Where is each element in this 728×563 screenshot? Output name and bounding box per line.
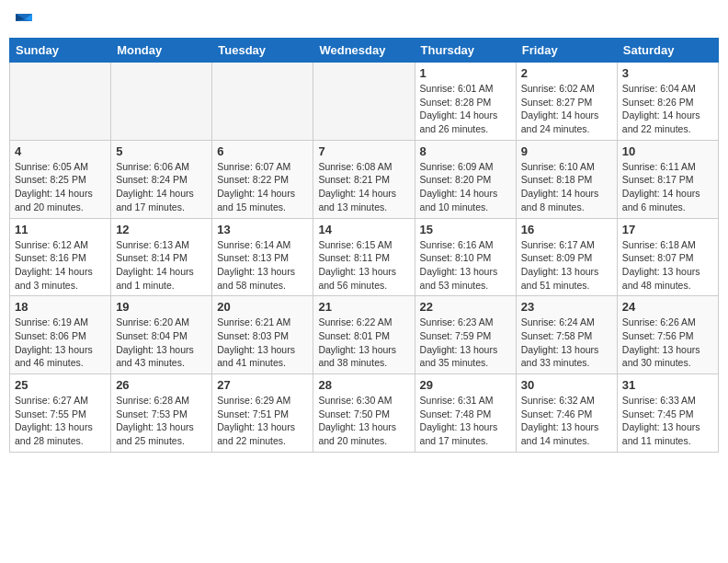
day-info: Sunrise: 6:04 AM Sunset: 8:26 PM Dayligh… (622, 82, 713, 136)
day-info: Sunrise: 6:09 AM Sunset: 8:20 PM Dayligh… (420, 160, 511, 214)
day-number: 3 (622, 66, 713, 80)
day-info: Sunrise: 6:11 AM Sunset: 8:17 PM Dayligh… (622, 160, 713, 214)
day-number: 15 (420, 223, 511, 236)
calendar-day-cell: 11Sunrise: 6:12 AM Sunset: 8:16 PM Dayli… (10, 218, 111, 296)
calendar-day-cell: 18Sunrise: 6:19 AM Sunset: 8:06 PM Dayli… (10, 296, 111, 374)
calendar-day-header: Thursday (415, 39, 516, 63)
day-info: Sunrise: 6:32 AM Sunset: 7:46 PM Dayligh… (521, 394, 612, 448)
calendar-day-cell: 25Sunrise: 6:27 AM Sunset: 7:55 PM Dayli… (10, 374, 111, 453)
day-number: 19 (116, 300, 207, 314)
calendar-day-header: Monday (111, 39, 212, 63)
day-info: Sunrise: 6:29 AM Sunset: 7:51 PM Dayligh… (217, 394, 308, 448)
calendar-day-cell: 24Sunrise: 6:26 AM Sunset: 7:56 PM Dayli… (617, 296, 718, 374)
calendar-day-header: Sunday (10, 39, 111, 63)
day-info: Sunrise: 6:07 AM Sunset: 8:22 PM Dayligh… (217, 160, 308, 214)
day-info: Sunrise: 6:33 AM Sunset: 7:45 PM Dayligh… (622, 394, 713, 448)
day-info: Sunrise: 6:12 AM Sunset: 8:16 PM Dayligh… (15, 238, 106, 293)
calendar-week-row: 18Sunrise: 6:19 AM Sunset: 8:06 PM Dayli… (10, 296, 719, 374)
calendar-day-cell: 27Sunrise: 6:29 AM Sunset: 7:51 PM Dayli… (212, 374, 313, 453)
calendar-week-row: 11Sunrise: 6:12 AM Sunset: 8:16 PM Dayli… (10, 218, 719, 296)
calendar-day-cell: 22Sunrise: 6:23 AM Sunset: 7:59 PM Dayli… (415, 296, 516, 374)
day-number: 27 (217, 378, 308, 392)
day-number: 17 (622, 223, 713, 236)
calendar-day-cell (111, 63, 212, 141)
day-info: Sunrise: 6:02 AM Sunset: 8:27 PM Dayligh… (521, 82, 612, 136)
day-number: 22 (420, 300, 511, 314)
day-number: 7 (318, 144, 409, 158)
calendar-day-cell: 19Sunrise: 6:20 AM Sunset: 8:04 PM Dayli… (111, 296, 212, 374)
logo (13, 9, 35, 29)
calendar-day-header: Friday (516, 39, 617, 63)
day-info: Sunrise: 6:16 AM Sunset: 8:10 PM Dayligh… (420, 238, 511, 293)
calendar-day-cell: 28Sunrise: 6:30 AM Sunset: 7:50 PM Dayli… (313, 374, 415, 453)
day-number: 21 (318, 300, 409, 314)
day-info: Sunrise: 6:24 AM Sunset: 7:58 PM Dayligh… (521, 316, 612, 370)
day-number: 10 (622, 144, 713, 158)
day-number: 30 (521, 378, 612, 392)
day-info: Sunrise: 6:13 AM Sunset: 8:14 PM Dayligh… (116, 238, 207, 293)
day-number: 2 (521, 66, 612, 80)
calendar-header-row: SundayMondayTuesdayWednesdayThursdayFrid… (10, 39, 719, 63)
day-number: 23 (521, 300, 612, 314)
day-info: Sunrise: 6:31 AM Sunset: 7:48 PM Dayligh… (420, 394, 511, 448)
day-info: Sunrise: 6:01 AM Sunset: 8:28 PM Dayligh… (420, 82, 511, 136)
calendar-week-row: 1Sunrise: 6:01 AM Sunset: 8:28 PM Daylig… (10, 63, 719, 141)
calendar-week-row: 25Sunrise: 6:27 AM Sunset: 7:55 PM Dayli… (10, 374, 719, 453)
page-header (9, 9, 719, 29)
calendar-day-cell (212, 63, 313, 141)
day-number: 20 (217, 300, 308, 314)
day-number: 8 (420, 144, 511, 158)
day-number: 13 (217, 223, 308, 236)
calendar-day-cell: 10Sunrise: 6:11 AM Sunset: 8:17 PM Dayli… (617, 140, 718, 218)
day-info: Sunrise: 6:27 AM Sunset: 7:55 PM Dayligh… (15, 394, 106, 448)
day-number: 31 (622, 378, 713, 392)
logo-flag-icon (14, 12, 34, 29)
day-number: 29 (420, 378, 511, 392)
calendar-day-cell: 7Sunrise: 6:08 AM Sunset: 8:21 PM Daylig… (313, 140, 415, 218)
calendar-day-cell: 6Sunrise: 6:07 AM Sunset: 8:22 PM Daylig… (212, 140, 313, 218)
calendar-day-cell: 31Sunrise: 6:33 AM Sunset: 7:45 PM Dayli… (617, 374, 718, 453)
calendar-day-header: Wednesday (313, 39, 415, 63)
day-number: 5 (116, 144, 207, 158)
calendar-day-cell: 8Sunrise: 6:09 AM Sunset: 8:20 PM Daylig… (415, 140, 516, 218)
day-number: 18 (15, 300, 106, 314)
day-info: Sunrise: 6:21 AM Sunset: 8:03 PM Dayligh… (217, 316, 308, 370)
calendar-day-cell (10, 63, 111, 141)
day-number: 6 (217, 144, 308, 158)
calendar-day-cell: 17Sunrise: 6:18 AM Sunset: 8:07 PM Dayli… (617, 218, 718, 296)
day-number: 9 (521, 144, 612, 158)
calendar-day-cell: 1Sunrise: 6:01 AM Sunset: 8:28 PM Daylig… (415, 63, 516, 141)
calendar-day-header: Tuesday (212, 39, 313, 63)
day-info: Sunrise: 6:26 AM Sunset: 7:56 PM Dayligh… (622, 316, 713, 370)
day-info: Sunrise: 6:30 AM Sunset: 7:50 PM Dayligh… (318, 394, 409, 448)
day-info: Sunrise: 6:08 AM Sunset: 8:21 PM Dayligh… (318, 160, 409, 214)
calendar-week-row: 4Sunrise: 6:05 AM Sunset: 8:25 PM Daylig… (10, 140, 719, 218)
day-number: 1 (420, 66, 511, 80)
calendar-day-cell: 14Sunrise: 6:15 AM Sunset: 8:11 PM Dayli… (313, 218, 415, 296)
calendar-day-cell (313, 63, 415, 141)
day-info: Sunrise: 6:15 AM Sunset: 8:11 PM Dayligh… (318, 238, 409, 293)
calendar-day-cell: 12Sunrise: 6:13 AM Sunset: 8:14 PM Dayli… (111, 218, 212, 296)
day-number: 12 (116, 223, 207, 236)
calendar-day-cell: 15Sunrise: 6:16 AM Sunset: 8:10 PM Dayli… (415, 218, 516, 296)
calendar-day-cell: 23Sunrise: 6:24 AM Sunset: 7:58 PM Dayli… (516, 296, 617, 374)
day-info: Sunrise: 6:18 AM Sunset: 8:07 PM Dayligh… (622, 238, 713, 293)
day-info: Sunrise: 6:17 AM Sunset: 8:09 PM Dayligh… (521, 238, 612, 293)
calendar-day-cell: 9Sunrise: 6:10 AM Sunset: 8:18 PM Daylig… (516, 140, 617, 218)
calendar-day-cell: 13Sunrise: 6:14 AM Sunset: 8:13 PM Dayli… (212, 218, 313, 296)
day-number: 26 (116, 378, 207, 392)
day-number: 16 (521, 223, 612, 236)
day-number: 14 (318, 223, 409, 236)
day-info: Sunrise: 6:06 AM Sunset: 8:24 PM Dayligh… (116, 160, 207, 214)
calendar-day-cell: 3Sunrise: 6:04 AM Sunset: 8:26 PM Daylig… (617, 63, 718, 141)
day-info: Sunrise: 6:28 AM Sunset: 7:53 PM Dayligh… (116, 394, 207, 448)
day-info: Sunrise: 6:23 AM Sunset: 7:59 PM Dayligh… (420, 316, 511, 370)
calendar-day-cell: 26Sunrise: 6:28 AM Sunset: 7:53 PM Dayli… (111, 374, 212, 453)
day-info: Sunrise: 6:20 AM Sunset: 8:04 PM Dayligh… (116, 316, 207, 370)
day-info: Sunrise: 6:22 AM Sunset: 8:01 PM Dayligh… (318, 316, 409, 370)
calendar-day-cell: 30Sunrise: 6:32 AM Sunset: 7:46 PM Dayli… (516, 374, 617, 453)
calendar-day-header: Saturday (617, 39, 718, 63)
day-number: 28 (318, 378, 409, 392)
calendar-day-cell: 29Sunrise: 6:31 AM Sunset: 7:48 PM Dayli… (415, 374, 516, 453)
day-number: 25 (15, 378, 106, 392)
